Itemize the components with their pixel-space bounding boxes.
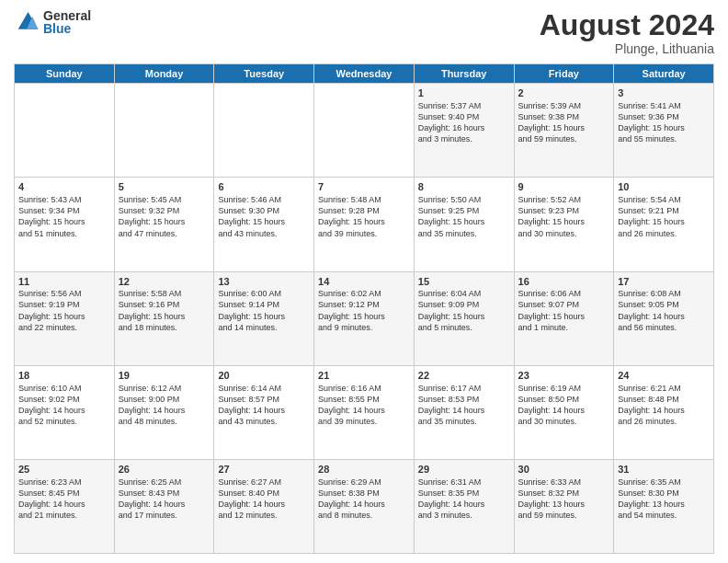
day-info: Sunrise: 6:04 AM Sunset: 9:09 PM Dayligh… xyxy=(418,288,510,333)
day-info: Sunrise: 6:14 AM Sunset: 8:57 PM Dayligh… xyxy=(218,383,310,428)
day-number: 11 xyxy=(18,275,110,289)
calendar-cell: 24Sunrise: 6:21 AM Sunset: 8:48 PM Dayli… xyxy=(614,365,714,459)
calendar-week-3: 11Sunrise: 5:56 AM Sunset: 9:19 PM Dayli… xyxy=(15,271,714,365)
day-number: 20 xyxy=(218,369,310,383)
calendar-week-4: 18Sunrise: 6:10 AM Sunset: 9:02 PM Dayli… xyxy=(15,365,714,459)
day-info: Sunrise: 5:48 AM Sunset: 9:28 PM Dayligh… xyxy=(318,194,410,239)
calendar-week-2: 4Sunrise: 5:43 AM Sunset: 9:34 PM Daylig… xyxy=(15,178,714,271)
day-number: 9 xyxy=(518,180,610,194)
calendar-cell: 25Sunrise: 6:23 AM Sunset: 8:45 PM Dayli… xyxy=(15,459,115,553)
day-number: 10 xyxy=(618,180,710,194)
logo-blue: Blue xyxy=(43,22,91,35)
day-info: Sunrise: 5:46 AM Sunset: 9:30 PM Dayligh… xyxy=(218,194,310,239)
calendar-cell: 27Sunrise: 6:27 AM Sunset: 8:40 PM Dayli… xyxy=(214,459,314,553)
calendar-cell: 2Sunrise: 5:39 AM Sunset: 9:38 PM Daylig… xyxy=(514,84,614,178)
day-number: 14 xyxy=(318,275,410,289)
day-number: 30 xyxy=(518,463,610,477)
calendar-cell: 17Sunrise: 6:08 AM Sunset: 9:05 PM Dayli… xyxy=(614,271,714,365)
day-number: 2 xyxy=(518,86,610,100)
day-info: Sunrise: 6:10 AM Sunset: 9:02 PM Dayligh… xyxy=(18,383,110,428)
calendar-cell: 28Sunrise: 6:29 AM Sunset: 8:38 PM Dayli… xyxy=(314,459,415,553)
day-info: Sunrise: 6:02 AM Sunset: 9:12 PM Dayligh… xyxy=(318,288,410,333)
day-number: 21 xyxy=(318,369,410,383)
day-number: 15 xyxy=(418,275,510,289)
day-number: 23 xyxy=(518,369,610,383)
calendar-header-wednesday: Wednesday xyxy=(314,64,415,84)
calendar-cell xyxy=(214,84,314,178)
calendar-cell: 26Sunrise: 6:25 AM Sunset: 8:43 PM Dayli… xyxy=(114,459,214,553)
day-info: Sunrise: 6:17 AM Sunset: 8:53 PM Dayligh… xyxy=(418,383,510,428)
day-info: Sunrise: 6:12 AM Sunset: 9:00 PM Dayligh… xyxy=(119,383,210,428)
day-info: Sunrise: 6:33 AM Sunset: 8:32 PM Dayligh… xyxy=(518,477,610,522)
day-number: 16 xyxy=(518,275,610,289)
logo: General Blue xyxy=(14,9,91,35)
day-info: Sunrise: 5:58 AM Sunset: 9:16 PM Dayligh… xyxy=(119,288,210,333)
calendar-cell: 13Sunrise: 6:00 AM Sunset: 9:14 PM Dayli… xyxy=(214,271,314,365)
day-info: Sunrise: 6:35 AM Sunset: 8:30 PM Dayligh… xyxy=(618,477,710,522)
calendar-cell: 3Sunrise: 5:41 AM Sunset: 9:36 PM Daylig… xyxy=(614,84,714,178)
calendar-cell: 29Sunrise: 6:31 AM Sunset: 8:35 PM Dayli… xyxy=(414,459,514,553)
day-number: 31 xyxy=(618,463,710,477)
header: General Blue August 2024 Plunge, Lithuan… xyxy=(14,9,714,56)
calendar-cell xyxy=(114,84,214,178)
calendar-header-tuesday: Tuesday xyxy=(214,64,314,84)
calendar-cell: 9Sunrise: 5:52 AM Sunset: 9:23 PM Daylig… xyxy=(514,178,614,271)
day-info: Sunrise: 5:45 AM Sunset: 9:32 PM Dayligh… xyxy=(119,194,210,239)
calendar-table: SundayMondayTuesdayWednesdayThursdayFrid… xyxy=(14,63,714,554)
calendar-cell: 30Sunrise: 6:33 AM Sunset: 8:32 PM Dayli… xyxy=(514,459,614,553)
day-info: Sunrise: 6:25 AM Sunset: 8:43 PM Dayligh… xyxy=(119,477,210,522)
day-number: 29 xyxy=(418,463,510,477)
calendar-header-monday: Monday xyxy=(114,64,214,84)
day-number: 3 xyxy=(618,86,710,100)
page: General Blue August 2024 Plunge, Lithuan… xyxy=(0,0,728,563)
day-number: 4 xyxy=(18,180,110,194)
calendar-header-thursday: Thursday xyxy=(414,64,514,84)
calendar-header-friday: Friday xyxy=(514,64,614,84)
day-number: 22 xyxy=(418,369,510,383)
day-number: 17 xyxy=(618,275,710,289)
title-location: Plunge, Lithuania xyxy=(540,41,714,56)
day-number: 5 xyxy=(119,180,210,194)
calendar-cell: 20Sunrise: 6:14 AM Sunset: 8:57 PM Dayli… xyxy=(214,365,314,459)
day-number: 7 xyxy=(318,180,410,194)
day-info: Sunrise: 6:00 AM Sunset: 9:14 PM Dayligh… xyxy=(218,288,310,333)
day-info: Sunrise: 6:29 AM Sunset: 8:38 PM Dayligh… xyxy=(318,477,410,522)
day-number: 18 xyxy=(18,369,110,383)
calendar-cell: 14Sunrise: 6:02 AM Sunset: 9:12 PM Dayli… xyxy=(314,271,415,365)
day-number: 28 xyxy=(318,463,410,477)
day-number: 25 xyxy=(18,463,110,477)
day-info: Sunrise: 5:41 AM Sunset: 9:36 PM Dayligh… xyxy=(618,100,710,145)
calendar-cell: 1Sunrise: 5:37 AM Sunset: 9:40 PM Daylig… xyxy=(414,84,514,178)
day-number: 1 xyxy=(418,86,510,100)
calendar-cell: 18Sunrise: 6:10 AM Sunset: 9:02 PM Dayli… xyxy=(15,365,115,459)
logo-text: General Blue xyxy=(43,9,91,35)
calendar-cell: 7Sunrise: 5:48 AM Sunset: 9:28 PM Daylig… xyxy=(314,178,415,271)
day-info: Sunrise: 6:19 AM Sunset: 8:50 PM Dayligh… xyxy=(518,383,610,428)
calendar-cell: 16Sunrise: 6:06 AM Sunset: 9:07 PM Dayli… xyxy=(514,271,614,365)
calendar-cell: 10Sunrise: 5:54 AM Sunset: 9:21 PM Dayli… xyxy=(614,178,714,271)
title-month: August 2024 xyxy=(540,9,714,41)
day-info: Sunrise: 5:52 AM Sunset: 9:23 PM Dayligh… xyxy=(518,194,610,239)
calendar-cell: 22Sunrise: 6:17 AM Sunset: 8:53 PM Dayli… xyxy=(414,365,514,459)
day-info: Sunrise: 5:56 AM Sunset: 9:19 PM Dayligh… xyxy=(18,288,110,333)
calendar-week-1: 1Sunrise: 5:37 AM Sunset: 9:40 PM Daylig… xyxy=(15,84,714,178)
calendar-cell: 5Sunrise: 5:45 AM Sunset: 9:32 PM Daylig… xyxy=(114,178,214,271)
day-info: Sunrise: 6:27 AM Sunset: 8:40 PM Dayligh… xyxy=(218,477,310,522)
calendar-cell: 31Sunrise: 6:35 AM Sunset: 8:30 PM Dayli… xyxy=(614,459,714,553)
calendar-cell xyxy=(15,84,115,178)
calendar-cell: 21Sunrise: 6:16 AM Sunset: 8:55 PM Dayli… xyxy=(314,365,415,459)
calendar-cell: 12Sunrise: 5:58 AM Sunset: 9:16 PM Dayli… xyxy=(114,271,214,365)
logo-general: General xyxy=(43,9,91,22)
calendar-cell: 11Sunrise: 5:56 AM Sunset: 9:19 PM Dayli… xyxy=(15,271,115,365)
day-info: Sunrise: 6:06 AM Sunset: 9:07 PM Dayligh… xyxy=(518,288,610,333)
day-info: Sunrise: 6:23 AM Sunset: 8:45 PM Dayligh… xyxy=(18,477,110,522)
day-info: Sunrise: 6:08 AM Sunset: 9:05 PM Dayligh… xyxy=(618,288,710,333)
day-number: 19 xyxy=(119,369,210,383)
calendar-header-sunday: Sunday xyxy=(15,64,115,84)
title-block: August 2024 Plunge, Lithuania xyxy=(540,9,714,56)
calendar-header-row: SundayMondayTuesdayWednesdayThursdayFrid… xyxy=(15,64,714,84)
day-info: Sunrise: 5:39 AM Sunset: 9:38 PM Dayligh… xyxy=(518,100,610,145)
day-number: 27 xyxy=(218,463,310,477)
calendar-cell: 4Sunrise: 5:43 AM Sunset: 9:34 PM Daylig… xyxy=(15,178,115,271)
day-info: Sunrise: 5:43 AM Sunset: 9:34 PM Dayligh… xyxy=(18,194,110,239)
